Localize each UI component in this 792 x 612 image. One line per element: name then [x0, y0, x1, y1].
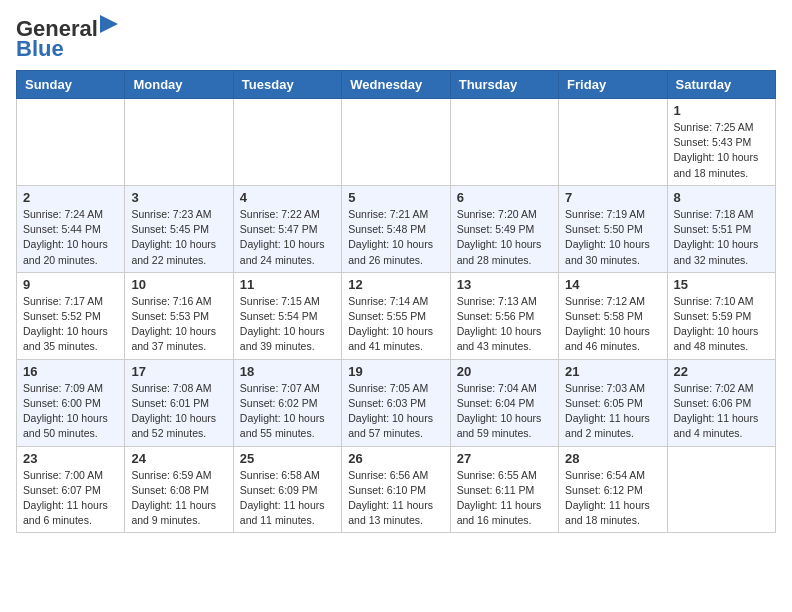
- day-number: 5: [348, 190, 443, 205]
- day-number: 9: [23, 277, 118, 292]
- day-info: Sunrise: 7:08 AM Sunset: 6:01 PM Dayligh…: [131, 381, 226, 442]
- calendar-day-cell: 24Sunrise: 6:59 AM Sunset: 6:08 PM Dayli…: [125, 446, 233, 533]
- calendar-day-cell: 13Sunrise: 7:13 AM Sunset: 5:56 PM Dayli…: [450, 272, 558, 359]
- calendar-day-cell: 6Sunrise: 7:20 AM Sunset: 5:49 PM Daylig…: [450, 185, 558, 272]
- calendar-day-cell: 1Sunrise: 7:25 AM Sunset: 5:43 PM Daylig…: [667, 99, 775, 186]
- day-number: 28: [565, 451, 660, 466]
- day-number: 10: [131, 277, 226, 292]
- calendar-day-cell: 17Sunrise: 7:08 AM Sunset: 6:01 PM Dayli…: [125, 359, 233, 446]
- day-number: 7: [565, 190, 660, 205]
- day-info: Sunrise: 6:54 AM Sunset: 6:12 PM Dayligh…: [565, 468, 660, 529]
- calendar-day-cell: [450, 99, 558, 186]
- calendar-day-cell: 8Sunrise: 7:18 AM Sunset: 5:51 PM Daylig…: [667, 185, 775, 272]
- calendar-day-cell: 22Sunrise: 7:02 AM Sunset: 6:06 PM Dayli…: [667, 359, 775, 446]
- day-info: Sunrise: 7:19 AM Sunset: 5:50 PM Dayligh…: [565, 207, 660, 268]
- day-number: 3: [131, 190, 226, 205]
- calendar-day-cell: [559, 99, 667, 186]
- day-number: 13: [457, 277, 552, 292]
- day-info: Sunrise: 6:59 AM Sunset: 6:08 PM Dayligh…: [131, 468, 226, 529]
- page-header: General Blue: [16, 16, 776, 62]
- day-number: 6: [457, 190, 552, 205]
- day-number: 2: [23, 190, 118, 205]
- calendar-day-cell: 28Sunrise: 6:54 AM Sunset: 6:12 PM Dayli…: [559, 446, 667, 533]
- calendar-day-cell: 2Sunrise: 7:24 AM Sunset: 5:44 PM Daylig…: [17, 185, 125, 272]
- calendar-day-cell: [342, 99, 450, 186]
- day-info: Sunrise: 7:16 AM Sunset: 5:53 PM Dayligh…: [131, 294, 226, 355]
- calendar-table: SundayMondayTuesdayWednesdayThursdayFrid…: [16, 70, 776, 533]
- day-info: Sunrise: 7:03 AM Sunset: 6:05 PM Dayligh…: [565, 381, 660, 442]
- day-number: 11: [240, 277, 335, 292]
- calendar-day-cell: 4Sunrise: 7:22 AM Sunset: 5:47 PM Daylig…: [233, 185, 341, 272]
- day-info: Sunrise: 7:25 AM Sunset: 5:43 PM Dayligh…: [674, 120, 769, 181]
- day-info: Sunrise: 7:17 AM Sunset: 5:52 PM Dayligh…: [23, 294, 118, 355]
- day-info: Sunrise: 6:55 AM Sunset: 6:11 PM Dayligh…: [457, 468, 552, 529]
- calendar-day-cell: 5Sunrise: 7:21 AM Sunset: 5:48 PM Daylig…: [342, 185, 450, 272]
- calendar-day-cell: [667, 446, 775, 533]
- calendar-day-cell: 15Sunrise: 7:10 AM Sunset: 5:59 PM Dayli…: [667, 272, 775, 359]
- day-of-week-header: Saturday: [667, 71, 775, 99]
- day-number: 26: [348, 451, 443, 466]
- calendar-week-row: 2Sunrise: 7:24 AM Sunset: 5:44 PM Daylig…: [17, 185, 776, 272]
- day-info: Sunrise: 7:10 AM Sunset: 5:59 PM Dayligh…: [674, 294, 769, 355]
- calendar-week-row: 16Sunrise: 7:09 AM Sunset: 6:00 PM Dayli…: [17, 359, 776, 446]
- day-info: Sunrise: 7:09 AM Sunset: 6:00 PM Dayligh…: [23, 381, 118, 442]
- day-info: Sunrise: 7:22 AM Sunset: 5:47 PM Dayligh…: [240, 207, 335, 268]
- day-number: 16: [23, 364, 118, 379]
- day-of-week-header: Tuesday: [233, 71, 341, 99]
- day-info: Sunrise: 7:02 AM Sunset: 6:06 PM Dayligh…: [674, 381, 769, 442]
- day-info: Sunrise: 6:58 AM Sunset: 6:09 PM Dayligh…: [240, 468, 335, 529]
- calendar-day-cell: 3Sunrise: 7:23 AM Sunset: 5:45 PM Daylig…: [125, 185, 233, 272]
- calendar-day-cell: 7Sunrise: 7:19 AM Sunset: 5:50 PM Daylig…: [559, 185, 667, 272]
- calendar-day-cell: [125, 99, 233, 186]
- calendar-day-cell: 18Sunrise: 7:07 AM Sunset: 6:02 PM Dayli…: [233, 359, 341, 446]
- calendar-day-cell: [17, 99, 125, 186]
- calendar-day-cell: 26Sunrise: 6:56 AM Sunset: 6:10 PM Dayli…: [342, 446, 450, 533]
- day-number: 8: [674, 190, 769, 205]
- day-number: 15: [674, 277, 769, 292]
- calendar-week-row: 1Sunrise: 7:25 AM Sunset: 5:43 PM Daylig…: [17, 99, 776, 186]
- calendar-day-cell: 19Sunrise: 7:05 AM Sunset: 6:03 PM Dayli…: [342, 359, 450, 446]
- svg-marker-0: [100, 15, 118, 33]
- calendar-day-cell: 12Sunrise: 7:14 AM Sunset: 5:55 PM Dayli…: [342, 272, 450, 359]
- day-of-week-header: Wednesday: [342, 71, 450, 99]
- day-number: 27: [457, 451, 552, 466]
- calendar-day-cell: 25Sunrise: 6:58 AM Sunset: 6:09 PM Dayli…: [233, 446, 341, 533]
- calendar-day-cell: 10Sunrise: 7:16 AM Sunset: 5:53 PM Dayli…: [125, 272, 233, 359]
- day-info: Sunrise: 7:24 AM Sunset: 5:44 PM Dayligh…: [23, 207, 118, 268]
- day-number: 22: [674, 364, 769, 379]
- day-of-week-header: Sunday: [17, 71, 125, 99]
- day-info: Sunrise: 7:05 AM Sunset: 6:03 PM Dayligh…: [348, 381, 443, 442]
- day-number: 21: [565, 364, 660, 379]
- calendar-day-cell: 9Sunrise: 7:17 AM Sunset: 5:52 PM Daylig…: [17, 272, 125, 359]
- calendar-day-cell: 21Sunrise: 7:03 AM Sunset: 6:05 PM Dayli…: [559, 359, 667, 446]
- day-info: Sunrise: 7:04 AM Sunset: 6:04 PM Dayligh…: [457, 381, 552, 442]
- calendar-week-row: 23Sunrise: 7:00 AM Sunset: 6:07 PM Dayli…: [17, 446, 776, 533]
- day-number: 4: [240, 190, 335, 205]
- logo-arrow-icon: [100, 15, 118, 33]
- day-info: Sunrise: 7:07 AM Sunset: 6:02 PM Dayligh…: [240, 381, 335, 442]
- day-of-week-header: Thursday: [450, 71, 558, 99]
- day-number: 19: [348, 364, 443, 379]
- calendar-day-cell: 11Sunrise: 7:15 AM Sunset: 5:54 PM Dayli…: [233, 272, 341, 359]
- day-number: 25: [240, 451, 335, 466]
- day-info: Sunrise: 7:20 AM Sunset: 5:49 PM Dayligh…: [457, 207, 552, 268]
- day-number: 20: [457, 364, 552, 379]
- logo: General Blue: [16, 16, 118, 62]
- day-info: Sunrise: 7:12 AM Sunset: 5:58 PM Dayligh…: [565, 294, 660, 355]
- calendar-day-cell: [233, 99, 341, 186]
- day-number: 24: [131, 451, 226, 466]
- calendar-day-cell: 20Sunrise: 7:04 AM Sunset: 6:04 PM Dayli…: [450, 359, 558, 446]
- calendar-day-cell: 14Sunrise: 7:12 AM Sunset: 5:58 PM Dayli…: [559, 272, 667, 359]
- calendar-header-row: SundayMondayTuesdayWednesdayThursdayFrid…: [17, 71, 776, 99]
- day-number: 14: [565, 277, 660, 292]
- day-number: 23: [23, 451, 118, 466]
- day-number: 17: [131, 364, 226, 379]
- day-info: Sunrise: 7:14 AM Sunset: 5:55 PM Dayligh…: [348, 294, 443, 355]
- day-number: 12: [348, 277, 443, 292]
- day-info: Sunrise: 6:56 AM Sunset: 6:10 PM Dayligh…: [348, 468, 443, 529]
- day-of-week-header: Monday: [125, 71, 233, 99]
- day-info: Sunrise: 7:21 AM Sunset: 5:48 PM Dayligh…: [348, 207, 443, 268]
- calendar-day-cell: 23Sunrise: 7:00 AM Sunset: 6:07 PM Dayli…: [17, 446, 125, 533]
- calendar-week-row: 9Sunrise: 7:17 AM Sunset: 5:52 PM Daylig…: [17, 272, 776, 359]
- day-of-week-header: Friday: [559, 71, 667, 99]
